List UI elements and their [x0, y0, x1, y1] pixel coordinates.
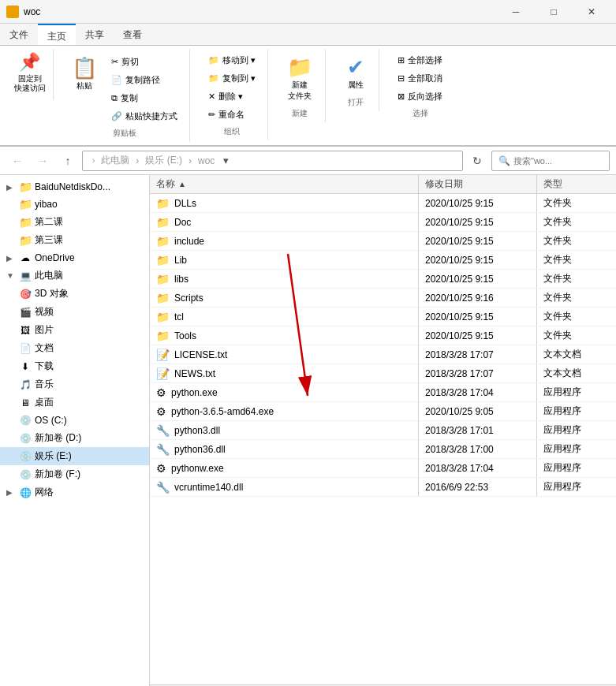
file-type: 文本文档	[537, 345, 616, 364]
sidebar-item-pictures[interactable]: 🖼 图片	[0, 321, 149, 339]
table-row[interactable]: 📝NEWS.txt 2018/3/28 17:07 文本文档	[150, 364, 616, 383]
move-to-button[interactable]: 📁 移动到 ▾	[203, 52, 261, 69]
sidebar-item-music[interactable]: 🎵 音乐	[0, 375, 149, 393]
sort-arrow: ▲	[178, 180, 186, 188]
paste-icon: 📋	[72, 56, 97, 80]
expand-arrow: ▼	[6, 271, 16, 280]
nav-bar: ← → ↑ › 此电脑 › 娱乐 (E:) › woc ▾ ↻ 🔍	[0, 147, 616, 175]
table-row[interactable]: ⚙python.exe 2018/3/28 17:04 应用程序	[150, 383, 616, 402]
minimize-button[interactable]: ─	[498, 0, 534, 24]
breadcrumb-drive: 娱乐 (E:)	[145, 154, 182, 167]
sidebar-item-3dobjects[interactable]: 🎯 3D 对象	[0, 285, 149, 303]
sidebar-item-desktop[interactable]: 🖥 桌面	[0, 393, 149, 412]
downloads-icon: ⬇	[19, 360, 32, 373]
delete-button[interactable]: ✕ 删除 ▾	[203, 88, 261, 105]
window-title: woc	[24, 6, 40, 17]
sidebar-item-drive-e[interactable]: 💿 娱乐 (E:)	[0, 447, 149, 465]
sidebar-item-yibao[interactable]: 📁 yibao	[0, 196, 149, 213]
copy-path-button[interactable]: 📄 复制路径	[106, 72, 183, 88]
sidebar-item-downloads[interactable]: ⬇ 下载	[0, 357, 149, 375]
sidebar-item-lesson3[interactable]: 📁 第三课	[0, 231, 149, 249]
file-name: vcruntime140.dll	[174, 482, 243, 493]
refresh-button[interactable]: ↻	[466, 150, 488, 172]
search-input[interactable]	[513, 156, 603, 166]
sidebar-item-documents[interactable]: 📄 文档	[0, 339, 149, 357]
sidebar-item-drive-d[interactable]: 💿 新加卷 (D:)	[0, 429, 149, 447]
file-name: libs	[174, 274, 189, 285]
properties-button[interactable]: ✔ 属性	[341, 52, 371, 94]
table-row[interactable]: 📁Tools 2020/10/25 9:15 文件夹	[150, 326, 616, 345]
table-row[interactable]: 📁Scripts 2020/10/25 9:16 文件夹	[150, 289, 616, 308]
paste-shortcut-button[interactable]: 🔗 粘贴快捷方式	[106, 108, 183, 125]
tab-file[interactable]: 文件	[0, 24, 38, 45]
column-header-date[interactable]: 修改日期	[419, 175, 537, 193]
table-row[interactable]: 📁tcl 2020/10/25 9:15 文件夹	[150, 308, 616, 326]
table-row[interactable]: 🔧vcruntime140.dll 2016/6/9 22:53 应用程序	[150, 478, 616, 497]
sidebar-item-drive-c[interactable]: 💿 OS (C:)	[0, 412, 149, 429]
address-bar[interactable]: › 此电脑 › 娱乐 (E:) › woc ▾	[82, 151, 463, 171]
table-row[interactable]: 📁libs 2020/10/25 9:15 文件夹	[150, 270, 616, 289]
file-name: Lib	[174, 255, 187, 266]
txt-file-icon: 📝	[156, 349, 170, 361]
sidebar-item-baidudisk[interactable]: ▶ 📁 BaiduNetdiskDo...	[0, 178, 149, 196]
ribbon-group-open: ✔ 属性 打开	[332, 49, 379, 111]
table-row[interactable]: 📁Lib 2020/10/25 9:15 文件夹	[150, 251, 616, 270]
tab-share[interactable]: 共享	[76, 24, 114, 45]
folder-icon: 📁	[156, 254, 170, 267]
drive-icon: 💿	[19, 450, 32, 463]
sidebar-item-lesson2[interactable]: 📁 第二课	[0, 213, 149, 231]
invert-selection-button[interactable]: ⊠ 反向选择	[392, 88, 448, 105]
address-chevron-button[interactable]: ▾	[218, 151, 233, 171]
tab-view[interactable]: 查看	[114, 24, 151, 45]
paste-button[interactable]: 📋 粘贴	[66, 52, 103, 95]
table-row[interactable]: ⚙pythonw.exe 2018/3/28 17:04 应用程序	[150, 459, 616, 478]
table-row[interactable]: 📁DLLs 2020/10/25 9:15 文件夹	[150, 194, 616, 213]
table-row[interactable]: ⚙python-3.6.5-amd64.exe 2020/10/25 9:05 …	[150, 402, 616, 421]
select-all-button[interactable]: ⊞ 全部选择	[392, 52, 448, 69]
sidebar-item-drive-f[interactable]: 💿 新加卷 (F:)	[0, 465, 149, 483]
up-button[interactable]: ↑	[57, 150, 79, 172]
sidebar-item-network[interactable]: ▶ 🌐 网络	[0, 483, 149, 501]
close-button[interactable]: ✕	[573, 0, 610, 24]
forward-button[interactable]: →	[32, 150, 54, 172]
folder-icon: 📁	[156, 235, 170, 248]
table-row[interactable]: 🔧python3.dll 2018/3/28 17:01 应用程序	[150, 421, 616, 440]
deselect-all-button[interactable]: ⊟ 全部取消	[392, 70, 448, 87]
column-header-type[interactable]: 类型	[537, 175, 616, 193]
table-row[interactable]: 📁Doc 2020/10/25 9:15 文件夹	[150, 213, 616, 232]
search-icon: 🔍	[498, 155, 510, 166]
file-type: 文件夹	[537, 289, 616, 307]
computer-icon: 💻	[19, 270, 32, 282]
sidebar-item-videos[interactable]: 🎬 视频	[0, 303, 149, 321]
pin-to-quickaccess-button[interactable]: 📌 固定到快速访问	[14, 52, 46, 93]
invert-icon: ⊠	[398, 91, 405, 102]
sidebar-item-label: 文档	[35, 341, 54, 355]
cut-button[interactable]: ✂ 剪切	[106, 54, 183, 70]
new-folder-button[interactable]: 📁 新建文件夹	[281, 52, 319, 105]
sidebar-item-thispc[interactable]: ▼ 💻 此电脑	[0, 267, 149, 285]
copy-button[interactable]: ⧉ 复制	[106, 90, 183, 106]
organize-group-label: 组织	[224, 123, 240, 137]
tab-home[interactable]: 主页	[38, 24, 76, 45]
back-button[interactable]: ←	[6, 150, 28, 172]
file-name: pythonw.exe	[171, 463, 224, 474]
sidebar-item-onedrive[interactable]: ▶ ☁ OneDrive	[0, 249, 149, 267]
expand-arrow: ▶	[6, 488, 16, 497]
ribbon-group-clipboard: 📋 粘贴 ✂ 剪切 📄 复制路径 ⧉ 复制 🔗 粘贴快捷方式	[60, 49, 190, 142]
delete-label: 删除 ▾	[218, 91, 243, 103]
sidebar-item-label: 下载	[35, 360, 54, 373]
file-date: 2016/6/9 22:53	[419, 478, 537, 496]
column-header-name[interactable]: 名称 ▲	[150, 175, 419, 193]
copy-to-button[interactable]: 📁 复制到 ▾	[203, 70, 261, 87]
breadcrumb-sep3: ›	[189, 155, 192, 166]
rename-button[interactable]: ✏ 重命名	[203, 106, 261, 123]
table-row[interactable]: 📁include 2020/10/25 9:15 文件夹	[150, 232, 616, 251]
table-row[interactable]: 📝LICENSE.txt 2018/3/28 17:07 文本文档	[150, 345, 616, 364]
file-date: 2018/3/28 17:01	[419, 421, 537, 439]
file-name: python-3.6.5-amd64.exe	[171, 406, 274, 417]
table-row[interactable]: 🔧python36.dll 2018/3/28 17:00 应用程序	[150, 440, 616, 459]
search-box[interactable]: 🔍	[491, 151, 610, 171]
file-type: 应用程序	[537, 421, 616, 439]
maximize-button[interactable]: □	[536, 0, 572, 24]
sidebar-item-label: 音乐	[35, 378, 54, 391]
